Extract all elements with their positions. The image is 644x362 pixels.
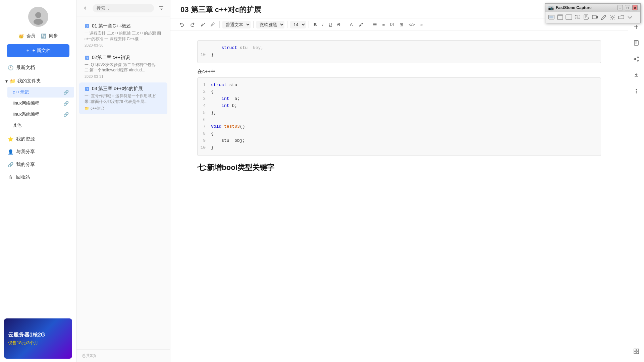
fs-capture-window-button[interactable] [556,13,564,21]
sidebar-item-recycle[interactable]: 🗑 回收站 [2,171,74,183]
ordered-list-button[interactable]: ≡ [380,21,387,28]
sidebar-item-other[interactable]: 其他 [7,120,74,131]
fs-capture-active-button[interactable] [547,13,555,21]
line-num-1: 1 [198,82,211,89]
upload-icon[interactable] [631,70,642,80]
svg-rect-27 [634,349,636,351]
faststone-maximize-button[interactable]: □ [625,5,630,10]
file-date-01: 2020-03-30 [85,43,162,47]
file-excerpt-01: 一.课程安排 二.c++的概述 三.c++的起源 四c++的标准 一.课程安排 … [85,31,162,42]
sidebar-item-linux-system[interactable]: linux系统编程 🔗 [7,109,74,120]
bold-button[interactable]: B [312,21,319,28]
member-label[interactable]: 会员 [26,33,35,39]
sidebar-item-my-folder[interactable]: ▾ 📁 我的文件夹 [0,76,76,86]
svg-point-21 [637,60,639,61]
back-icon[interactable] [80,3,90,13]
line-num-2: 2 [198,88,211,96]
sidebar-label-other: 其他 [13,122,21,128]
sidebar-item-recent[interactable]: 🕐 最新文档 [2,62,74,74]
highlight-button[interactable]: 🖍 [357,21,365,28]
svg-point-26 [636,93,637,94]
file-tag-03: 📁 c++笔记 [85,106,162,111]
strikethrough-button[interactable]: S [335,21,342,28]
line-code-prev: struct stu key; [211,45,263,52]
code-label: 在c++中 [197,68,601,75]
code-line-3: 3 int a; [198,96,601,103]
code-2: { [211,88,214,96]
code-line-5: 5 }; [198,110,601,117]
file-item-03[interactable]: 文 03 第三章 c++对c的扩展 一: 置号作用域 :: 运算符是一个作用域,… [79,82,167,114]
share-icon-right[interactable] [631,54,642,64]
sidebar-item-cpp-notes[interactable]: c++笔记 🔗 [7,87,74,98]
member-sync-row: 👑 会员 🔄 同步 [0,30,76,42]
fs-record-button[interactable] [591,13,599,21]
italic-button[interactable]: I [320,21,325,28]
eraser-button[interactable]: 🖉 [208,21,217,28]
new-doc-label: + 新文档 [32,48,50,54]
fs-settings-button[interactable] [608,13,616,21]
sidebar-item-shared-with-me[interactable]: 👤 与我分享 [2,146,74,158]
fs-folder-button[interactable] [617,13,625,21]
sidebar-label-my-share: 我的分享 [16,162,35,168]
more-dots-icon[interactable] [631,86,642,97]
svg-point-20 [634,58,635,60]
fs-edit-button[interactable] [600,13,608,21]
section-heading: 七:新增bool类型关键字 [197,163,601,173]
file-title-01: 01 第一章C++概述 [92,23,131,29]
underline-button[interactable]: U [327,21,334,28]
redo-button[interactable] [188,20,197,28]
sidebar-item-my-share[interactable]: 🔗 我的分享 [2,159,74,171]
file-panel-toolbar [76,0,170,16]
font-name-select[interactable]: 微软雅黑 [256,21,284,28]
fs-capture-scroll-button[interactable] [582,13,590,21]
faststone-window: 📷 FastStone Capture – □ ✕ [545,3,641,23]
line-num-9: 9 [198,137,211,144]
faststone-minimize-button[interactable]: – [618,5,623,10]
undo-button[interactable] [177,20,186,28]
document-icon[interactable] [631,38,642,48]
new-doc-button[interactable]: ＋ + 新文档 [7,44,69,57]
right-sidebar: A [628,0,644,362]
svg-point-24 [636,89,637,90]
code-10: } [211,144,214,152]
line-num-10-prev: 10 [198,52,211,59]
sidebar-item-my-resources[interactable]: ⭐ 我的资源 [2,133,74,145]
sidebar-item-linux-network[interactable]: linux网络编程 🔗 [7,98,74,109]
font-color-button[interactable]: A [348,21,356,28]
line-num-3: 3 [198,96,211,103]
toolbar-divider-1 [219,21,220,28]
sync-label[interactable]: 同步 [49,33,58,39]
search-input[interactable] [97,6,150,11]
filter-icon[interactable] [157,3,166,13]
my-folder-section: ▾ 📁 我的文件夹 c++笔记 🔗 linux网络编程 🔗 linux系统编程 … [0,74,76,132]
font-size-select[interactable]: 14 [290,21,306,28]
unordered-list-button[interactable]: ☰ [371,21,379,28]
table-button[interactable]: ⊞ [397,21,405,28]
code-9: stu obj; [211,137,245,144]
divider [38,34,38,38]
fs-menu-button[interactable] [626,13,634,21]
chevron-down-icon: ▾ [5,78,8,84]
svg-line-22 [635,58,637,59]
file-panel: 文 01 第一章C++概述 一.课程安排 二.c++的概述 三.c++的起源 四… [76,0,170,362]
font-type-select[interactable]: 普通文本 [222,21,251,28]
svg-text:文: 文 [86,25,89,27]
share-icon-cpp: 🔗 [63,90,69,95]
file-item-01[interactable]: 文 01 第一章C++概述 一.课程安排 二.c++的概述 三.c++的起源 四… [79,20,167,51]
sidebar-label-recycle: 回收站 [16,174,30,180]
line-num-5: 5 [198,110,211,117]
paint-button[interactable]: 🖊 [199,21,207,28]
file-item-02[interactable]: 文 02第二章 c++初识 一. QT和VS安装步骤 第二章资料中包含. 二:第… [79,51,167,82]
fs-capture-region-button[interactable] [574,13,582,21]
grid-icon[interactable] [631,346,642,357]
faststone-close-button[interactable]: ✕ [632,5,638,10]
checkbox-button[interactable]: ☑ [388,21,396,28]
search-box[interactable] [93,4,154,12]
fs-capture-fullscreen-button[interactable] [565,13,573,21]
code-button[interactable]: </> [407,21,417,28]
code-3: int a; [211,96,240,103]
svg-point-25 [636,91,637,92]
svg-point-44 [611,16,613,18]
more-button[interactable]: » [418,21,425,28]
ad-banner[interactable]: 云服务器1核2G 仅售18元/3个月 [4,318,72,359]
